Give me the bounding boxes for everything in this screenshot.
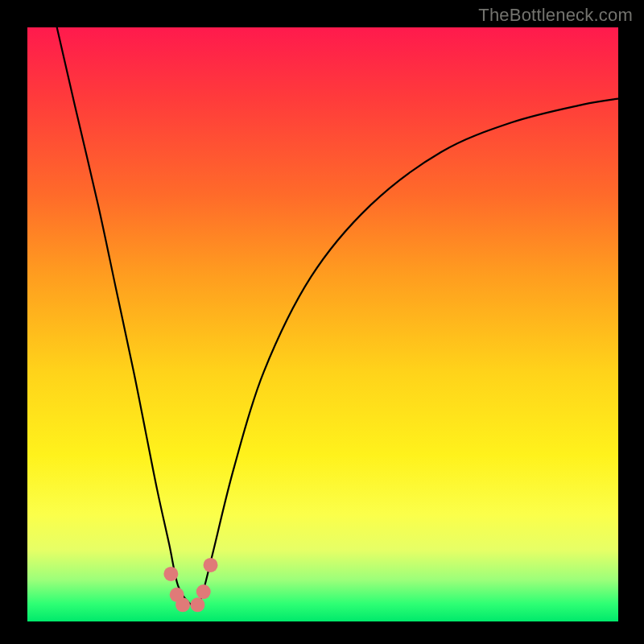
highlight-dot: [163, 567, 178, 581]
highlight-dot: [196, 584, 211, 599]
highlight-dot: [204, 558, 218, 572]
highlight-dots: [163, 558, 217, 612]
plot-area: [27, 27, 618, 621]
watermark: TheBottleneck.com: [478, 5, 633, 26]
highlight-dot: [190, 597, 204, 612]
curve-svg: [27, 27, 618, 621]
highlight-dot: [175, 597, 190, 612]
bottleneck-curve: [57, 27, 618, 606]
chart-frame: TheBottleneck.com: [0, 0, 644, 644]
